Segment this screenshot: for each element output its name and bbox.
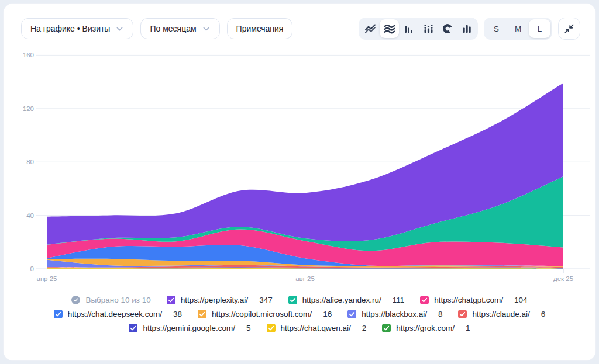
legend-item-value: 38: [173, 310, 182, 318]
legend-item-label: https://grok.com/: [396, 324, 455, 332]
legend-item[interactable]: https://gemini.google.com/ 5: [129, 324, 250, 332]
legend-item-value: 104: [514, 296, 528, 304]
legend-item-label: https://chat.qwen.ai/: [281, 324, 351, 332]
legend: Выбрано 10 из 10 https://perplexity.ai/ …: [4, 296, 595, 332]
legend-row: Выбрано 10 из 10 https://perplexity.ai/ …: [71, 296, 527, 304]
size-s-button[interactable]: S: [486, 19, 507, 38]
series-checkbox[interactable]: [420, 296, 429, 304]
chevron-down-icon: [115, 25, 124, 33]
y-axis-label: 40: [26, 212, 34, 219]
legend-item-value: 16: [323, 310, 332, 318]
series-checkbox[interactable]: [198, 310, 206, 318]
traffic-chart-widget: 04080120160апр 25авг 25дек 25 На графике…: [4, 4, 595, 360]
legend-summary-label: Выбрано 10 из 10: [85, 296, 150, 304]
legend-item-value: 347: [259, 296, 273, 304]
size-l-button[interactable]: L: [529, 19, 550, 38]
checkbox-check-icon: [54, 310, 63, 318]
line-chart-icon: [364, 23, 376, 34]
stacked-bar-chart-icon: [422, 23, 434, 34]
legend-item-label: https://alice.yandex.ru/: [302, 296, 381, 304]
chart-type-switcher: [359, 18, 478, 40]
series-checkbox[interactable]: [288, 296, 297, 304]
legend-item-value: 1: [466, 324, 470, 332]
column-chart-icon: [461, 23, 473, 34]
bar-chart-icon: [403, 23, 415, 34]
collapse-button[interactable]: [558, 18, 580, 40]
legend-item-label: https://perplexity.ai/: [181, 296, 248, 304]
grouping-dropdown[interactable]: По месяцам: [140, 18, 219, 39]
checkbox-check-icon: [267, 324, 276, 332]
size-s-label: S: [494, 25, 499, 33]
legend-row: https://chat.deepseek.com/ 38 https://co…: [54, 310, 546, 318]
chart-type-column-button[interactable]: [457, 19, 476, 38]
y-axis-label: 0: [30, 265, 34, 272]
checkbox-check-icon: [288, 296, 297, 304]
chart-type-stacked-area-button[interactable]: [380, 19, 399, 38]
legend-item-value: 111: [393, 296, 405, 304]
metric-dropdown[interactable]: На графике • Визиты: [21, 18, 133, 39]
checkbox-check-icon: [167, 296, 175, 304]
series-checkbox[interactable]: [267, 324, 276, 332]
legend-item[interactable]: https://chat.qwen.ai/ 2: [267, 324, 367, 332]
legend-item[interactable]: https://chatgpt.com/ 104: [420, 296, 527, 304]
x-axis-label: дек 25: [553, 275, 573, 282]
summary-checkbox[interactable]: [71, 296, 80, 304]
checkbox-check-icon: [198, 310, 206, 318]
stacked-area-chart-icon: [384, 23, 395, 34]
legend-item[interactable]: https://claude.ai/ 6: [458, 310, 545, 318]
legend-item[interactable]: https://alice.yandex.ru/ 111: [288, 296, 405, 304]
checkbox-check-icon: [382, 324, 391, 332]
grouping-dropdown-label: По месяцам: [150, 24, 196, 33]
series-checkbox[interactable]: [167, 296, 175, 304]
legend-item-value: 5: [246, 324, 251, 332]
checkbox-check-icon: [458, 310, 467, 318]
legend-item-value: 6: [541, 310, 546, 318]
notes-button[interactable]: Примечания: [227, 18, 293, 39]
legend-summary[interactable]: Выбрано 10 из 10: [71, 296, 150, 304]
size-m-button[interactable]: M: [507, 19, 529, 38]
series-checkbox[interactable]: [54, 310, 63, 318]
size-l-label: L: [538, 25, 542, 33]
x-axis-label: апр 25: [36, 275, 57, 282]
notes-button-label: Примечания: [236, 24, 284, 33]
legend-item[interactable]: https://grok.com/ 1: [382, 324, 470, 332]
series-checkbox[interactable]: [129, 324, 137, 332]
collapse-icon: [563, 23, 575, 34]
chart-type-line-button[interactable]: [360, 19, 380, 38]
pie-chart-icon: [442, 23, 453, 34]
legend-item-label: https://gemini.google.com/: [143, 324, 235, 332]
legend-item[interactable]: https://copilot.microsoft.com/ 16: [198, 310, 332, 318]
chart-type-stacked-bar-button[interactable]: [418, 19, 438, 38]
size-switcher: S M L: [484, 18, 552, 40]
metric-dropdown-label: На графике • Визиты: [30, 24, 110, 33]
checkbox-check-icon: [347, 310, 356, 318]
legend-item[interactable]: https://perplexity.ai/ 347: [167, 296, 273, 304]
series-checkbox[interactable]: [458, 310, 467, 318]
legend-item-label: https://chat.deepseek.com/: [68, 310, 162, 318]
legend-row: https://gemini.google.com/ 5 https://cha…: [129, 324, 470, 332]
legend-item-label: https://chatgpt.com/: [434, 296, 503, 304]
y-axis-label: 120: [23, 105, 34, 112]
y-axis-label: 80: [26, 158, 34, 165]
legend-item-label: https://blackbox.ai/: [362, 310, 427, 318]
legend-item-label: https://claude.ai/: [472, 310, 529, 318]
series-checkbox[interactable]: [347, 310, 356, 318]
legend-item-label: https://copilot.microsoft.com/: [212, 310, 312, 318]
chart-type-bar-button[interactable]: [399, 19, 418, 38]
legend-item[interactable]: https://chat.deepseek.com/ 38: [54, 310, 182, 318]
checkbox-check-icon: [129, 324, 137, 332]
chevron-down-icon: [202, 25, 211, 33]
checkbox-check-icon: [73, 297, 78, 303]
series-checkbox[interactable]: [382, 324, 391, 332]
legend-item-value: 2: [362, 324, 367, 332]
size-m-label: M: [515, 25, 521, 33]
y-axis-label: 160: [23, 51, 34, 58]
chart-type-pie-button[interactable]: [438, 19, 457, 38]
toolbar: На графике • Визиты По месяцам Примечани…: [4, 18, 595, 40]
x-axis-label: авг 25: [295, 275, 315, 282]
legend-item-value: 8: [438, 310, 443, 318]
checkbox-check-icon: [420, 296, 429, 304]
legend-item[interactable]: https://blackbox.ai/ 8: [347, 310, 442, 318]
